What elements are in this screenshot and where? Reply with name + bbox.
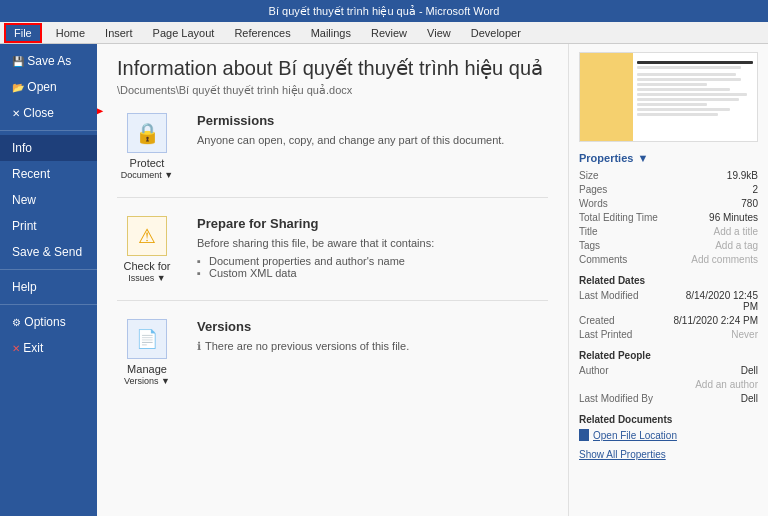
- preview-line-10: [637, 113, 718, 116]
- prop-editing-time-row: Total Editing Time 96 Minutes: [579, 212, 758, 223]
- manage-versions-label[interactable]: Manage Versions ▼: [124, 363, 170, 387]
- document-preview: [579, 52, 758, 142]
- related-dates-title: Related Dates: [579, 275, 758, 286]
- sidebar-item-recent[interactable]: Recent: [0, 161, 97, 187]
- permissions-section: 🔒 Protect Document ▼ Permissions Anyone …: [117, 113, 548, 198]
- sidebar: 💾 Save As 📂 Open ✕ Close Info Recent New…: [0, 44, 97, 516]
- file-path: \Documents\Bí quyết thuyết trình hiệu qu…: [117, 84, 548, 97]
- prop-last-printed-value: Never: [669, 329, 758, 340]
- prop-last-modified-row: Last Modified 8/14/2020 12:45 PM: [579, 290, 758, 312]
- prop-words-value: 780: [669, 198, 758, 209]
- prop-author-row: Author Dell: [579, 365, 758, 376]
- related-people-title: Related People: [579, 350, 758, 361]
- properties-panel: Properties ▼ Size 19.9kB Pages 2 Words 7…: [568, 44, 768, 516]
- permissions-content: Permissions Anyone can open, copy, and c…: [197, 113, 504, 149]
- check-icon-box: ⚠: [127, 216, 167, 256]
- prop-add-author-row: Add an author: [579, 379, 758, 390]
- permissions-description: Anyone can open, copy, and change any pa…: [197, 132, 504, 149]
- prepare-sharing-content: Prepare for Sharing Before sharing this …: [197, 216, 434, 280]
- prop-title-placeholder[interactable]: Add a title: [669, 226, 758, 237]
- ribbon-tab-home[interactable]: Home: [50, 25, 91, 41]
- sidebar-divider: [0, 130, 97, 131]
- ribbon-tab-developer[interactable]: Developer: [465, 25, 527, 41]
- sidebar-item-print[interactable]: Print: [0, 213, 97, 239]
- protect-icon-box: 🔒: [127, 113, 167, 153]
- ribbon-tab-insert[interactable]: Insert: [99, 25, 139, 41]
- sidebar-divider-2: [0, 269, 97, 270]
- file-location-icon: [579, 429, 589, 441]
- prop-last-printed-row: Last Printed Never: [579, 329, 758, 340]
- permissions-title: Permissions: [197, 113, 504, 128]
- prop-tags-placeholder[interactable]: Add a tag: [669, 240, 758, 251]
- basic-properties: Size 19.9kB Pages 2 Words 780 Total Edit…: [579, 170, 758, 265]
- preview-line-5: [637, 88, 730, 91]
- related-dates-group: Related Dates Last Modified 8/14/2020 12…: [579, 275, 758, 340]
- sidebar-item-new[interactable]: New: [0, 187, 97, 213]
- open-file-location-link[interactable]: Open File Location: [579, 429, 758, 441]
- properties-expand-icon[interactable]: ▼: [637, 152, 648, 164]
- show-all-properties-link[interactable]: Show All Properties: [579, 449, 758, 460]
- title-bar: Bí quyết thuyết trình hiệu quả - Microso…: [0, 0, 768, 22]
- prop-pages-value: 2: [669, 184, 758, 195]
- related-documents-group: Related Documents Open File Location Sho…: [579, 414, 758, 460]
- versions-icon-box: 📄: [127, 319, 167, 359]
- ribbon: File Home Insert Page Layout References …: [0, 22, 768, 44]
- prop-created-value: 8/11/2020 2:24 PM: [669, 315, 758, 326]
- sidebar-item-save-send[interactable]: Save & Send: [0, 239, 97, 265]
- protect-document-label[interactable]: Protect Document ▼: [121, 157, 173, 181]
- prop-last-printed-label: Last Printed: [579, 329, 669, 340]
- ribbon-tab-references[interactable]: References: [228, 25, 296, 41]
- prepare-sharing-item-2: Custom XML data: [197, 267, 434, 279]
- sidebar-item-close[interactable]: ✕ Close: [0, 100, 97, 126]
- prop-words-label: Words: [579, 198, 669, 209]
- main-layout: 💾 Save As 📂 Open ✕ Close Info Recent New…: [0, 44, 768, 516]
- prop-size-row: Size 19.9kB: [579, 170, 758, 181]
- sidebar-item-help[interactable]: Help: [0, 274, 97, 300]
- file-tab-button[interactable]: File: [4, 23, 42, 43]
- prop-created-label: Created: [579, 315, 669, 326]
- prop-add-author-placeholder[interactable]: Add an author: [669, 379, 758, 390]
- document-versions-icon: 📄: [136, 328, 158, 350]
- prop-author-label: Author: [579, 365, 669, 376]
- ribbon-tab-view[interactable]: View: [421, 25, 457, 41]
- prop-created-row: Created 8/11/2020 2:24 PM: [579, 315, 758, 326]
- properties-title: Properties ▼: [579, 152, 758, 164]
- sidebar-item-info[interactable]: Info: [0, 135, 97, 161]
- sidebar-divider-3: [0, 304, 97, 305]
- prop-tags-label: Tags: [579, 240, 669, 251]
- sidebar-item-exit[interactable]: ✕ Exit: [0, 335, 97, 361]
- prepare-sharing-item-1: Document properties and author's name: [197, 255, 434, 267]
- preview-line-4: [637, 83, 707, 86]
- preview-line-9: [637, 108, 730, 111]
- prop-last-modified-label: Last Modified: [579, 290, 669, 312]
- prop-pages-label: Pages: [579, 184, 669, 195]
- preview-line-title: [637, 61, 753, 64]
- lock-icon: 🔒: [135, 121, 160, 145]
- file-path-text: \Documents\Bí quyết thuyết trình hiệu qu…: [117, 84, 352, 96]
- sidebar-item-open[interactable]: 📂 Open: [0, 74, 97, 100]
- versions-content: Versions ℹThere are no previous versions…: [197, 319, 409, 355]
- prop-title-row: Title Add a title: [579, 226, 758, 237]
- warning-icon: ⚠: [138, 224, 156, 248]
- prop-add-author-label: [579, 379, 669, 390]
- related-documents-title: Related Documents: [579, 414, 758, 425]
- ribbon-tab-review[interactable]: Review: [365, 25, 413, 41]
- arrow-indicator: ➤: [97, 96, 103, 127]
- sidebar-item-save-as[interactable]: 💾 Save As: [0, 48, 97, 74]
- check-issues-label[interactable]: Check for Issues ▼: [123, 260, 170, 284]
- content-area: ➤ Information about Bí quyết thuyết trìn…: [97, 44, 568, 516]
- title-bar-text: Bí quyết thuyết trình hiệu quả - Microso…: [269, 5, 500, 18]
- sidebar-item-options[interactable]: ⚙ Options: [0, 309, 97, 335]
- prop-author-value: Dell: [669, 365, 758, 376]
- prepare-sharing-title: Prepare for Sharing: [197, 216, 434, 231]
- check-issues-icon-group: ⚠ Check for Issues ▼: [117, 216, 177, 284]
- ribbon-tab-mailings[interactable]: Mailings: [305, 25, 357, 41]
- prop-comments-placeholder[interactable]: Add comments: [669, 254, 758, 265]
- prop-size-label: Size: [579, 170, 669, 181]
- page-title: Information about Bí quyết thuyết trình …: [117, 56, 548, 80]
- prop-last-modified-by-row: Last Modified By Dell: [579, 393, 758, 404]
- ribbon-tab-page-layout[interactable]: Page Layout: [147, 25, 221, 41]
- prop-last-modified-by-value: Dell: [669, 393, 758, 404]
- prop-comments-row: Comments Add comments: [579, 254, 758, 265]
- preview-line-6: [637, 93, 747, 96]
